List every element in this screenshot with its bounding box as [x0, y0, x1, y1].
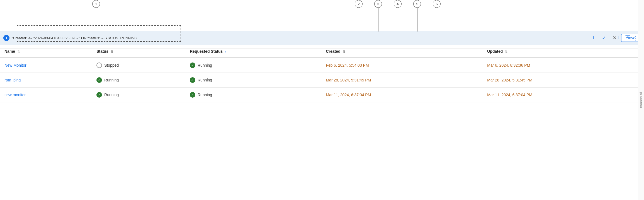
col-updated: Updated ⇅: [483, 45, 644, 58]
callout-6: 6: [433, 0, 441, 8]
callout-4-line: [398, 8, 398, 32]
callout-3-line: [378, 8, 378, 32]
monitors-table: Name ⇅ Status ⇅ Requested Status ↑ Creat…: [0, 45, 644, 102]
cell-updated: Mar 11, 2024, 6:37:04 PM: [483, 88, 644, 102]
col-created: Created ⇅: [321, 45, 483, 58]
col-requested-status: Requested Status ↑: [185, 45, 321, 58]
cell-name: New Monitor: [0, 58, 92, 73]
requested-running-icon: ✓: [190, 92, 195, 98]
cell-created: Mar 11, 2024, 6:37:04 PM: [321, 88, 483, 102]
callout-4: 4: [394, 0, 402, 8]
annotation-area: 1 i + ✓ ✕ Save 2 3 4 5: [0, 0, 644, 49]
callout-6-line: [437, 8, 437, 32]
col-status: Status ⇅: [92, 45, 185, 58]
requested-running-icon: ✓: [190, 77, 195, 83]
cell-name: new monitor: [0, 88, 92, 102]
cell-updated: Mar 6, 2024, 8:32:36 PM: [483, 58, 644, 73]
requested-running-icon: ✓: [190, 62, 195, 68]
status-sort-icon[interactable]: ⇅: [111, 50, 113, 54]
cell-updated: Mar 28, 2024, 5:31:45 PM: [483, 73, 644, 88]
callout-3: 3: [374, 0, 382, 8]
filter-icon: [625, 35, 630, 40]
running-icon: ✓: [96, 77, 102, 83]
created-sort-icon[interactable]: ⇅: [343, 50, 345, 54]
updated-date: Mar 11, 2024, 6:37:04 PM: [487, 93, 532, 97]
callout-5: 5: [413, 0, 421, 8]
status-text: Stopped: [104, 63, 119, 68]
updated-date: Mar 28, 2024, 5:31:45 PM: [487, 78, 532, 82]
edge-label: jn-000908: [640, 92, 643, 108]
cell-requested-status: ✓Running: [185, 58, 321, 73]
cell-requested-status: ✓Running: [185, 88, 321, 102]
cell-name: rpm_ping: [0, 73, 92, 88]
monitor-name-link[interactable]: New Monitor: [4, 63, 26, 68]
name-sort-icon[interactable]: ⇅: [17, 50, 20, 54]
requested-status-text: Running: [198, 93, 212, 97]
table-row: rpm_ping✓Running✓RunningMar 28, 2024, 5:…: [0, 73, 644, 88]
created-date: Mar 28, 2024, 5:31:45 PM: [326, 78, 371, 82]
table-header-row: Name ⇅ Status ⇅ Requested Status ↑ Creat…: [0, 45, 644, 58]
running-icon: ✓: [96, 92, 102, 98]
cell-created: Feb 6, 2024, 5:54:03 PM: [321, 58, 483, 73]
more-options-button[interactable]: ⋮: [633, 35, 638, 41]
requested-status-text: Running: [198, 78, 212, 82]
callout-1: 1: [92, 0, 100, 8]
updated-date: Mar 6, 2024, 8:32:36 PM: [487, 63, 530, 68]
callout-1-line: [96, 8, 96, 26]
status-text: Running: [104, 93, 119, 97]
created-date: Feb 6, 2024, 5:54:03 PM: [326, 63, 369, 68]
table-row: New MonitorStopped✓RunningFeb 6, 2024, 5…: [0, 58, 644, 73]
filter-confirm-button[interactable]: ✓: [600, 34, 608, 42]
callout-5-line: [417, 8, 417, 32]
cell-status: ✓Running: [92, 88, 185, 102]
updated-sort-icon[interactable]: ⇅: [505, 50, 507, 54]
monitors-table-container: Name ⇅ Status ⇅ Requested Status ↑ Creat…: [0, 45, 644, 200]
filter-add-button[interactable]: +: [589, 34, 597, 42]
table-body: New MonitorStopped✓RunningFeb 6, 2024, 5…: [0, 58, 644, 102]
requested-status-text: Running: [198, 63, 212, 68]
filter-icon-button[interactable]: [625, 35, 630, 41]
status-text: Running: [104, 78, 119, 82]
stopped-icon: [96, 62, 102, 68]
filter-input[interactable]: [12, 35, 587, 41]
callout-2: 2: [355, 0, 363, 8]
table-header: Name ⇅ Status ⇅ Requested Status ↑ Creat…: [0, 45, 644, 58]
cell-status: ✓Running: [92, 73, 185, 88]
table-row: new monitor✓Running✓RunningMar 11, 2024,…: [0, 88, 644, 102]
requested-status-sort-icon[interactable]: ↑: [225, 50, 227, 53]
cell-created: Mar 28, 2024, 5:31:45 PM: [321, 73, 483, 88]
edge-label-container: jn-000908: [638, 0, 644, 200]
filter-bar: i + ✓ ✕ Save: [0, 31, 644, 45]
toolbar-divider: [623, 35, 623, 41]
cell-requested-status: ✓Running: [185, 73, 321, 88]
add-icon-button[interactable]: +: [617, 35, 621, 41]
created-date: Mar 11, 2024, 6:37:04 PM: [326, 93, 371, 97]
monitor-name-link[interactable]: rpm_ping: [4, 78, 21, 82]
callout-2-line: [359, 8, 359, 32]
col-name: Name ⇅: [0, 45, 92, 58]
cell-status: Stopped: [92, 58, 185, 73]
filter-info-icon: i: [3, 35, 9, 41]
monitor-name-link[interactable]: new monitor: [4, 93, 26, 97]
